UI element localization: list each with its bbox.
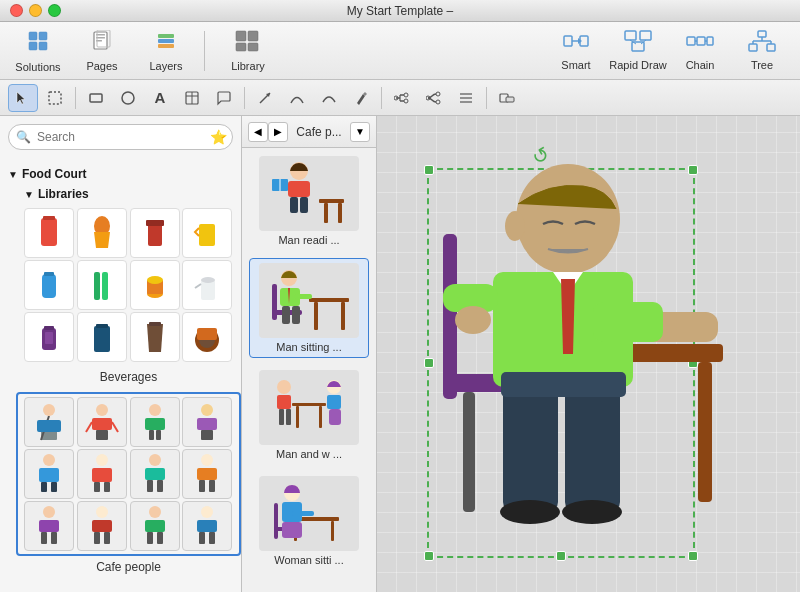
- toolbar-solutions[interactable]: Solutions: [8, 26, 68, 76]
- lib-item[interactable]: [182, 312, 232, 362]
- tool-divider-4: [486, 87, 487, 109]
- window-controls[interactable]: [10, 4, 61, 17]
- curve-tool[interactable]: [282, 84, 312, 112]
- close-button[interactable]: [10, 4, 23, 17]
- favorites-icon[interactable]: ⭐: [210, 129, 227, 145]
- libraries-subsection: ▼ Libraries: [0, 184, 241, 582]
- lib-item[interactable]: [77, 501, 127, 551]
- beverages-grid: [16, 204, 241, 366]
- connector3-tool[interactable]: [451, 84, 481, 112]
- lib-item[interactable]: [24, 449, 74, 499]
- lib-item[interactable]: [24, 397, 74, 447]
- svg-rect-161: [327, 395, 341, 409]
- shape-extra-tool[interactable]: [492, 84, 522, 112]
- connector-tool[interactable]: [387, 84, 417, 112]
- toolbar-chain[interactable]: Chain: [670, 26, 730, 76]
- lib-item[interactable]: [130, 501, 180, 551]
- arc-tool[interactable]: [314, 84, 344, 112]
- toolbar-rapid-draw[interactable]: Rapid Draw: [608, 26, 668, 76]
- woman-sitting-item[interactable]: Woman sitti ...: [249, 472, 369, 570]
- svg-point-50: [404, 93, 408, 97]
- select-tool[interactable]: [8, 84, 38, 112]
- pen-tool[interactable]: [346, 84, 376, 112]
- man-sitting-item[interactable]: Man sitting ...: [249, 258, 369, 358]
- lib-item[interactable]: [182, 397, 232, 447]
- svg-rect-107: [104, 482, 110, 492]
- minimize-button[interactable]: [29, 4, 42, 17]
- nav-forward[interactable]: ▶: [268, 122, 288, 142]
- lib-item[interactable]: [182, 208, 232, 258]
- svg-rect-38: [90, 94, 102, 102]
- toolbar-library[interactable]: Library: [213, 26, 283, 76]
- lib-item[interactable]: [130, 449, 180, 499]
- svg-rect-170: [292, 511, 314, 516]
- svg-rect-119: [51, 532, 57, 544]
- lib-item[interactable]: [77, 312, 127, 362]
- lib-item[interactable]: [130, 397, 180, 447]
- svg-point-189: [562, 500, 622, 524]
- svg-point-53: [436, 92, 440, 96]
- svg-rect-157: [277, 395, 291, 409]
- libraries-label: Libraries: [38, 187, 89, 201]
- pages-icon: [91, 30, 113, 57]
- svg-rect-60: [41, 218, 57, 246]
- svg-rect-103: [51, 482, 57, 492]
- lib-item[interactable]: [77, 260, 127, 310]
- marquee-tool[interactable]: [40, 84, 70, 112]
- lib-item[interactable]: [24, 312, 74, 362]
- tool-divider-2: [244, 87, 245, 109]
- libraries-header[interactable]: ▼ Libraries: [16, 184, 241, 204]
- lib-item[interactable]: [182, 501, 232, 551]
- lib-item[interactable]: [182, 260, 232, 310]
- comment-tool[interactable]: [209, 84, 239, 112]
- svg-rect-31: [749, 44, 757, 51]
- text-tool[interactable]: A: [145, 84, 175, 112]
- search-input[interactable]: [8, 124, 233, 150]
- lib-item[interactable]: [130, 260, 180, 310]
- svg-rect-186: [503, 382, 558, 512]
- lib-item[interactable]: [77, 208, 127, 258]
- svg-rect-136: [288, 181, 310, 197]
- table-tool[interactable]: [177, 84, 207, 112]
- svg-rect-129: [197, 520, 217, 532]
- food-court-label: Food Court: [22, 167, 87, 181]
- toolbar-tree[interactable]: Tree: [732, 26, 792, 76]
- svg-rect-20: [625, 31, 636, 40]
- canvas-area[interactable]: ↺: [377, 116, 800, 592]
- nav-back[interactable]: ◀: [248, 122, 268, 142]
- toolbar-smart[interactable]: Smart: [546, 26, 606, 76]
- svg-rect-67: [44, 272, 54, 276]
- nav-dropdown[interactable]: ▼: [350, 122, 370, 142]
- svg-rect-155: [319, 406, 322, 428]
- arrow-tool[interactable]: [250, 84, 280, 112]
- svg-rect-65: [199, 224, 215, 246]
- toolbar-layers[interactable]: Layers: [136, 26, 196, 76]
- lib-item[interactable]: [77, 397, 127, 447]
- lib-item[interactable]: [130, 208, 180, 258]
- food-court-header[interactable]: ▼ Food Court: [0, 164, 241, 184]
- svg-rect-122: [94, 532, 100, 544]
- svg-rect-187: [565, 382, 620, 512]
- rectangle-tool[interactable]: [81, 84, 111, 112]
- smart-icon: [562, 30, 590, 56]
- lib-item[interactable]: [77, 449, 127, 499]
- man-reading-item[interactable]: Man readi ...: [249, 152, 369, 250]
- tree-icon: [748, 30, 776, 56]
- lib-item[interactable]: [24, 208, 74, 258]
- man-reading-img: [259, 156, 359, 231]
- maximize-button[interactable]: [48, 4, 61, 17]
- svg-rect-184: [593, 302, 663, 342]
- svg-rect-69: [102, 272, 108, 300]
- svg-rect-99: [201, 430, 213, 440]
- lib-item[interactable]: [182, 449, 232, 499]
- svg-rect-134: [338, 203, 342, 223]
- svg-rect-111: [157, 480, 163, 492]
- ellipse-tool[interactable]: [113, 84, 143, 112]
- man-woman-item[interactable]: Man and w ...: [249, 366, 369, 464]
- lib-item[interactable]: [24, 260, 74, 310]
- layers-label: Layers: [149, 60, 182, 72]
- lib-item[interactable]: [24, 501, 74, 551]
- lib-item[interactable]: [130, 312, 180, 362]
- toolbar-pages[interactable]: Pages: [72, 26, 132, 76]
- connector2-tool[interactable]: [419, 84, 449, 112]
